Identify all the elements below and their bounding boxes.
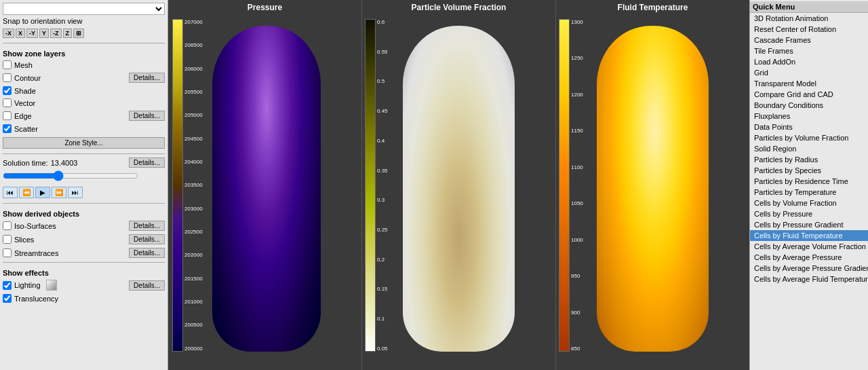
menu-item-22[interactable]: Cells by Average Pressure xyxy=(750,252,868,263)
fluid-colorbar xyxy=(559,19,570,352)
vector-checkbox[interactable] xyxy=(3,98,12,107)
particle-shape xyxy=(396,19,525,362)
solution-time-label: Solution time: xyxy=(3,159,48,167)
axis-y-pos-btn[interactable]: Y xyxy=(39,29,49,38)
menu-item-24[interactable]: Cells by Average Fluid Temperature xyxy=(750,274,868,284)
menu-item-19[interactable]: Cells by Pressure Gradient xyxy=(750,219,868,230)
fluid-viewport: Fluid Temperature 13.40 s 1300 1250 1200… xyxy=(556,0,749,370)
menu-item-9[interactable]: Fluxplanes xyxy=(750,111,868,122)
time-slider[interactable] xyxy=(3,171,138,181)
menu-item-5[interactable]: Grid xyxy=(750,67,868,78)
menu-item-7[interactable]: Compare Grid and CAD xyxy=(750,89,868,100)
menu-item-4[interactable]: Load AddOn xyxy=(750,56,868,67)
viewport: Pressure 13.40 s 207000 206500 206000 20… xyxy=(168,0,749,370)
scatter-checkbox[interactable] xyxy=(3,124,12,133)
mesh-checkbox[interactable] xyxy=(3,60,12,69)
menu-item-2[interactable]: Cascade Frames xyxy=(750,35,868,45)
shade-label: Shade xyxy=(14,87,36,95)
particle-title: Particle Volume Fraction xyxy=(362,0,555,14)
axis-fit-btn[interactable]: ⊞ xyxy=(73,29,84,38)
axis-x-pos-btn[interactable]: X xyxy=(16,29,25,38)
left-panel: 3D Cartesian Snap to orientation view -X… xyxy=(0,0,168,370)
axis-x-neg-btn[interactable]: -X xyxy=(3,29,14,38)
particle-colorbar-labels: 0.6 0.55 0.5 0.45 0.4 0.35 0.3 0.25 0.2 … xyxy=(377,19,388,352)
lighting-label: Lighting xyxy=(14,281,41,289)
shade-checkbox[interactable] xyxy=(3,86,12,95)
menu-item-15[interactable]: Particles by Residence Time xyxy=(750,176,868,187)
show-effects-title: Show effects xyxy=(3,269,165,277)
contour-details-btn[interactable]: Details... xyxy=(129,73,165,83)
menu-item-11[interactable]: Particles by Volume Fraction xyxy=(750,132,868,143)
axis-z-pos-btn[interactable]: Z xyxy=(63,29,73,38)
menu-item-23[interactable]: Cells by Average Pressure Gradient xyxy=(750,263,868,274)
scatter-label: Scatter xyxy=(14,125,38,133)
solution-time-details-btn[interactable]: Details... xyxy=(129,158,165,168)
fluid-shape xyxy=(590,19,719,362)
lighting-checkbox[interactable] xyxy=(3,281,12,290)
solution-time-value: 13.4003 xyxy=(51,159,78,167)
iso-surfaces-checkbox[interactable] xyxy=(3,221,12,230)
streamtraces-checkbox[interactable] xyxy=(3,248,12,257)
right-panel-title: Quick Menu xyxy=(750,1,868,13)
axis-y-neg-btn[interactable]: -Y xyxy=(26,29,38,38)
right-panel: Quick Menu 3D Rotation AnimationReset Ce… xyxy=(749,0,868,370)
zone-style-btn[interactable]: Zone Style... xyxy=(3,137,165,149)
edge-details-btn[interactable]: Details... xyxy=(129,111,165,121)
menu-item-8[interactable]: Boundary Conditions xyxy=(750,100,868,111)
fluid-title: Fluid Temperature xyxy=(556,0,749,14)
streamtraces-details-btn[interactable]: Details... xyxy=(129,248,165,258)
axis-z-neg-btn[interactable]: -Z xyxy=(50,29,62,38)
contour-checkbox[interactable] xyxy=(3,73,12,82)
snap-orientation-label: Snap to orientation view xyxy=(3,17,82,25)
contour-label: Contour xyxy=(14,74,41,82)
menu-item-20[interactable]: Cells by Fluid Temperature xyxy=(750,230,868,241)
menu-item-10[interactable]: Data Points xyxy=(750,122,868,132)
translucency-checkbox[interactable] xyxy=(3,294,12,303)
show-zone-layers-title: Show zone layers xyxy=(3,50,165,58)
menu-item-13[interactable]: Particles by Radius xyxy=(750,154,868,165)
menu-item-6[interactable]: Transparent Model xyxy=(750,78,868,89)
first-frame-btn[interactable]: ⏮ xyxy=(3,187,18,198)
mesh-label: Mesh xyxy=(14,61,33,69)
streamtraces-label: Streamtraces xyxy=(14,249,58,257)
menu-item-21[interactable]: Cells by Average Volume Fraction xyxy=(750,241,868,252)
pressure-viewport: Pressure 13.40 s 207000 206500 206000 20… xyxy=(168,0,362,370)
slices-checkbox[interactable] xyxy=(3,235,12,244)
pressure-colorbar-labels: 207000 206500 206000 205500 205000 20450… xyxy=(184,19,203,352)
edge-checkbox[interactable] xyxy=(3,111,12,120)
slices-details-btn[interactable]: Details... xyxy=(129,234,165,244)
menu-item-0[interactable]: 3D Rotation Animation xyxy=(750,13,868,24)
menu-item-17[interactable]: Cells by Volume Fraction xyxy=(750,198,868,208)
pressure-colorbar xyxy=(172,19,183,352)
prev-frame-btn[interactable]: ⏪ xyxy=(19,187,34,198)
coordinate-system-dropdown[interactable]: 3D Cartesian xyxy=(3,3,165,15)
pressure-shape xyxy=(205,19,328,362)
menu-item-3[interactable]: Tile Frames xyxy=(750,45,868,56)
menu-item-12[interactable]: Solid Region xyxy=(750,143,868,154)
menu-items-container: 3D Rotation AnimationReset Center of Rot… xyxy=(750,13,868,284)
last-frame-btn[interactable]: ⏭ xyxy=(68,187,83,198)
lighting-details-btn[interactable]: Details... xyxy=(129,280,165,291)
menu-item-14[interactable]: Particles by Species xyxy=(750,165,868,176)
iso-surfaces-details-btn[interactable]: Details... xyxy=(129,221,165,231)
menu-item-18[interactable]: Cells by Pressure xyxy=(750,208,868,219)
menu-item-1[interactable]: Reset Center of Rotation xyxy=(750,24,868,35)
particle-colorbar xyxy=(365,19,376,352)
menu-item-16[interactable]: Particles by Temperature xyxy=(750,187,868,198)
show-derived-objects-title: Show derived objects xyxy=(3,210,165,218)
next-frame-btn[interactable]: ⏩ xyxy=(52,187,66,198)
particle-viewport: Particle Volume Fraction 13.40 s 0.6 0.5… xyxy=(362,0,556,370)
translucency-label: Translucency xyxy=(14,295,58,303)
slices-label: Slices xyxy=(14,236,34,244)
vector-label: Vector xyxy=(14,99,35,107)
pressure-title: Pressure xyxy=(168,0,361,14)
edge-label: Edge xyxy=(14,112,32,120)
iso-surfaces-label: Iso-Surfaces xyxy=(14,222,56,230)
fluid-colorbar-labels: 1300 1250 1200 1150 1100 1050 1000 950 9… xyxy=(571,19,583,352)
play-btn[interactable]: ▶ xyxy=(35,187,50,198)
lighting-preview-icon xyxy=(46,280,57,291)
